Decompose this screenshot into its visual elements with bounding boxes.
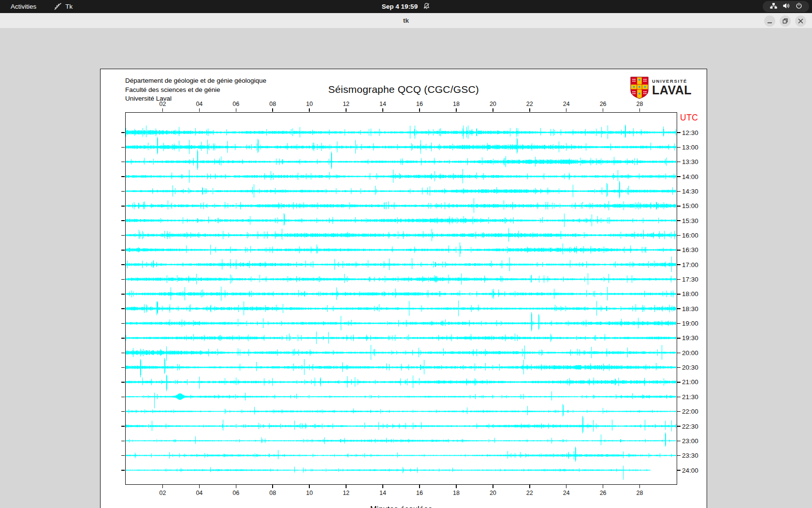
row-tick-right bbox=[677, 426, 681, 427]
row-tick-left bbox=[121, 250, 125, 251]
utc-time-label: 19:30 bbox=[682, 334, 698, 342]
x-tick-label-bottom: 20 bbox=[482, 489, 504, 497]
x-tick-label-bottom: 08 bbox=[262, 489, 283, 497]
utc-time-label: 16:00 bbox=[682, 231, 698, 239]
row-tick-left bbox=[121, 132, 125, 133]
app-menu-tk[interactable]: Tk bbox=[54, 2, 72, 11]
row-tick-right bbox=[677, 176, 681, 177]
tk-window-body: Département de géologie et de génie géol… bbox=[0, 28, 812, 508]
row-tick-left bbox=[121, 470, 125, 471]
utc-axis-label: UTC bbox=[680, 113, 698, 123]
row-tick-left bbox=[121, 176, 125, 177]
utc-time-label: 17:30 bbox=[682, 275, 698, 284]
activities-button[interactable]: Activities bbox=[7, 2, 40, 11]
x-tick-label-top: 20 bbox=[482, 100, 504, 108]
x-tick-top bbox=[382, 108, 383, 112]
plot-box bbox=[125, 112, 677, 485]
x-tick-bottom bbox=[309, 485, 310, 488]
row-tick-left bbox=[121, 323, 125, 324]
utc-time-label: 13:00 bbox=[682, 143, 698, 151]
row-tick-right bbox=[677, 441, 681, 442]
row-tick-left bbox=[121, 441, 125, 442]
x-tick-top bbox=[272, 108, 273, 112]
utc-time-label: 19:00 bbox=[682, 319, 698, 328]
row-tick-right bbox=[677, 308, 681, 309]
window-controls bbox=[764, 15, 806, 27]
row-tick-right bbox=[677, 382, 681, 383]
row-tick-left bbox=[121, 426, 125, 427]
x-tick-top bbox=[456, 108, 457, 112]
x-tick-label-top: 16 bbox=[409, 100, 430, 108]
window-title: tk bbox=[403, 17, 409, 24]
row-tick-right bbox=[677, 147, 681, 148]
x-tick-bottom bbox=[639, 485, 640, 488]
x-tick-top bbox=[162, 108, 163, 112]
x-tick-label-bottom: 12 bbox=[335, 489, 357, 497]
notifications-muted-icon bbox=[423, 2, 430, 11]
minimize-icon bbox=[767, 18, 772, 24]
row-tick-right bbox=[677, 235, 681, 236]
x-tick-bottom bbox=[566, 485, 567, 488]
x-tick-bottom bbox=[272, 485, 273, 488]
trace-canvas bbox=[126, 113, 676, 484]
row-tick-right bbox=[677, 338, 681, 339]
clock-text: Sep 4 19:59 bbox=[382, 3, 418, 10]
x-tick-bottom bbox=[346, 485, 347, 488]
utc-time-label: 16:30 bbox=[682, 246, 698, 254]
x-tick-label-top: 26 bbox=[593, 100, 614, 108]
x-tick-top bbox=[419, 108, 420, 112]
minimize-button[interactable] bbox=[764, 15, 775, 27]
utc-time-label: 14:30 bbox=[682, 187, 698, 195]
row-tick-right bbox=[677, 470, 681, 471]
row-tick-right bbox=[677, 206, 681, 207]
x-tick-top bbox=[199, 108, 200, 112]
row-tick-left bbox=[121, 147, 125, 148]
x-axis-title: Minutes écoulées bbox=[125, 505, 677, 508]
x-tick-top bbox=[566, 108, 567, 112]
x-tick-top bbox=[639, 108, 640, 112]
row-tick-right bbox=[677, 132, 681, 133]
x-tick-bottom bbox=[493, 485, 493, 488]
utc-time-label: 18:30 bbox=[682, 305, 698, 313]
window-titlebar: tk bbox=[0, 13, 812, 29]
universite-laval-logo: UNIVERSITÉ LAVAL bbox=[630, 76, 692, 101]
x-tick-bottom bbox=[236, 485, 237, 488]
close-button[interactable] bbox=[795, 15, 806, 27]
utc-time-label: 15:30 bbox=[682, 217, 698, 225]
laval-crest-icon bbox=[630, 76, 649, 101]
row-tick-right bbox=[677, 220, 681, 221]
volume-icon bbox=[783, 2, 790, 11]
x-tick-label-bottom: 22 bbox=[519, 489, 540, 497]
utc-time-label: 23:00 bbox=[682, 437, 698, 445]
row-tick-right bbox=[677, 250, 681, 251]
clock-menu[interactable]: Sep 4 19:59 bbox=[0, 0, 812, 13]
x-tick-label-top: 10 bbox=[299, 100, 320, 108]
x-tick-bottom bbox=[529, 485, 530, 488]
seismograph-canvas-panel: Département de géologie et de génie géol… bbox=[100, 69, 707, 508]
row-tick-left bbox=[121, 338, 125, 339]
x-tick-label-bottom: 16 bbox=[409, 489, 430, 497]
utc-time-label: 17:00 bbox=[682, 261, 698, 269]
restore-button[interactable] bbox=[780, 15, 791, 27]
x-tick-label-top: 04 bbox=[188, 100, 210, 108]
row-tick-left bbox=[121, 235, 125, 236]
row-tick-left bbox=[121, 162, 125, 163]
x-tick-bottom bbox=[199, 485, 200, 488]
x-tick-top bbox=[529, 108, 530, 112]
row-tick-right bbox=[677, 397, 681, 398]
utc-time-label: 21:00 bbox=[682, 378, 698, 386]
x-tick-label-top: 24 bbox=[556, 100, 577, 108]
utc-time-label: 21:30 bbox=[682, 393, 698, 401]
x-tick-top bbox=[493, 108, 493, 112]
power-icon bbox=[796, 2, 802, 11]
x-tick-bottom bbox=[162, 485, 163, 488]
utc-time-label: 18:00 bbox=[682, 290, 698, 298]
x-tick-top bbox=[309, 108, 310, 112]
system-tray[interactable] bbox=[763, 1, 809, 12]
row-tick-left bbox=[121, 279, 125, 280]
x-tick-label-bottom: 24 bbox=[556, 489, 577, 497]
x-tick-label-bottom: 04 bbox=[188, 489, 210, 497]
x-tick-label-bottom: 18 bbox=[446, 489, 467, 497]
network-icon bbox=[770, 2, 777, 11]
row-tick-left bbox=[121, 264, 125, 265]
